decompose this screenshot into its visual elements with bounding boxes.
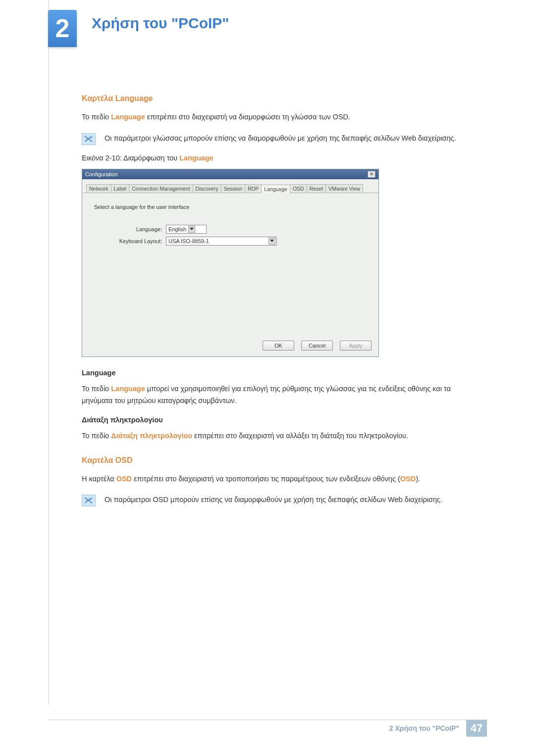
note-icon <box>82 495 96 506</box>
tab-label[interactable]: Label <box>111 184 130 193</box>
row-keyboard-layout: Keyboard Layout: USA ISO-8859-1 <box>94 237 367 246</box>
select-value: English <box>168 226 186 232</box>
footer-chapter-text: 2 Χρήση του "PCoIP" <box>389 724 459 732</box>
emphasis: Language <box>111 385 145 393</box>
select-value: USA ISO-8859-1 <box>168 238 267 244</box>
text: επιτρέπει στο διαχειριστή να διαμορφώσει… <box>145 113 350 121</box>
emphasis: OSD <box>400 475 416 483</box>
tab-network[interactable]: Network <box>86 184 111 193</box>
text: Εικόνα 2-10: Διαμόρφωση του <box>82 154 179 162</box>
section-heading-osd: Καρτέλα OSD <box>82 456 463 465</box>
section-heading-language: Καρτέλα Language <box>82 94 463 103</box>
chevron-down-icon <box>188 226 195 233</box>
text: επιτρέπει στο διαχειριστή να αλλάξει τη … <box>192 432 408 440</box>
text: Η καρτέλα <box>82 475 116 483</box>
note-text: Οι παράμετροι γλώσσας μπορούν επίσης να … <box>105 132 456 145</box>
window-title: Configuration <box>85 169 117 179</box>
note-row: Οι παράμετροι γλώσσας μπορούν επίσης να … <box>82 132 463 145</box>
tab-osd[interactable]: OSD <box>290 184 307 193</box>
tab-rdp[interactable]: RDP <box>245 184 262 193</box>
tab-vmware-view[interactable]: VMware View <box>325 184 363 193</box>
chevron-down-icon <box>268 238 275 245</box>
chapter-number-badge: 2 <box>48 10 77 47</box>
label-keyboard-layout: Keyboard Layout: <box>94 238 166 244</box>
tab-bar: Network Label Connection Management Disc… <box>82 179 378 193</box>
footer-page-number: 47 <box>466 720 487 737</box>
footer: 2 Χρήση του "PCoIP" 47 <box>48 719 487 736</box>
left-rule <box>48 0 49 705</box>
label-language: Language: <box>94 226 166 232</box>
select-language[interactable]: English <box>166 225 207 234</box>
keyboard-paragraph: Το πεδίο Διάταξη πληκτρολογίου επιτρέπει… <box>82 430 463 442</box>
intro-paragraph: Το πεδίο Language επιτρέπει στο διαχειρι… <box>82 111 463 123</box>
note-row: Οι παράμετροι OSD μπορούν επίσης να διαμ… <box>82 494 463 506</box>
text: Το πεδίο <box>82 432 111 440</box>
chapter-title: Χρήση του "PCoIP" <box>92 15 229 32</box>
subheading-language: Language <box>82 369 463 377</box>
emphasis: Language <box>111 113 145 121</box>
configuration-window: Configuration ✕ Network Label Connection… <box>82 169 379 357</box>
note-text: Οι παράμετροι OSD μπορούν επίσης να διαμ… <box>105 494 442 506</box>
emphasis: OSD <box>116 475 132 483</box>
subheading-keyboard-layout: Διάταξη πληκτρολογίου <box>82 416 463 424</box>
cancel-button[interactable]: Cancel <box>301 341 333 351</box>
tab-language[interactable]: Language <box>261 185 290 193</box>
text: ). <box>416 475 420 483</box>
tab-discovery[interactable]: Discovery <box>193 184 221 193</box>
tab-session[interactable]: Session <box>221 184 245 193</box>
select-keyboard-layout[interactable]: USA ISO-8859-1 <box>166 237 277 246</box>
close-icon[interactable]: ✕ <box>368 171 375 178</box>
osd-paragraph: Η καρτέλα OSD επιτρέπει στο διαχειριστή … <box>82 473 463 485</box>
text: Το πεδίο <box>82 385 111 393</box>
figure-caption: Εικόνα 2-10: Διαμόρφωση του Language <box>82 154 463 162</box>
apply-button[interactable]: Apply <box>340 341 372 351</box>
language-paragraph: Το πεδίο Language μπορεί να χρησιμοποιηθ… <box>82 383 463 407</box>
instruction-text: Select a language for the user interface <box>94 204 367 210</box>
tab-reset[interactable]: Reset <box>307 184 326 193</box>
emphasis: Language <box>179 154 213 162</box>
text: Το πεδίο <box>82 113 111 121</box>
window-titlebar: Configuration ✕ <box>82 169 378 179</box>
page: 2 Χρήση του "PCoIP" Καρτέλα Language Το … <box>0 0 535 756</box>
window-body: Select a language for the user interface… <box>82 193 378 337</box>
note-icon <box>82 133 96 145</box>
tab-connection-management[interactable]: Connection Management <box>129 184 193 193</box>
row-language: Language: English <box>94 225 367 234</box>
ok-button[interactable]: OK <box>263 341 294 351</box>
emphasis: Διάταξη πληκτρολογίου <box>111 432 192 440</box>
button-row: OK Cancel Apply <box>82 337 378 356</box>
text: επιτρέπει στο διαχειριστή να τροποποιήσε… <box>132 475 400 483</box>
content-area: Καρτέλα Language Το πεδίο Language επιτρ… <box>82 94 463 515</box>
